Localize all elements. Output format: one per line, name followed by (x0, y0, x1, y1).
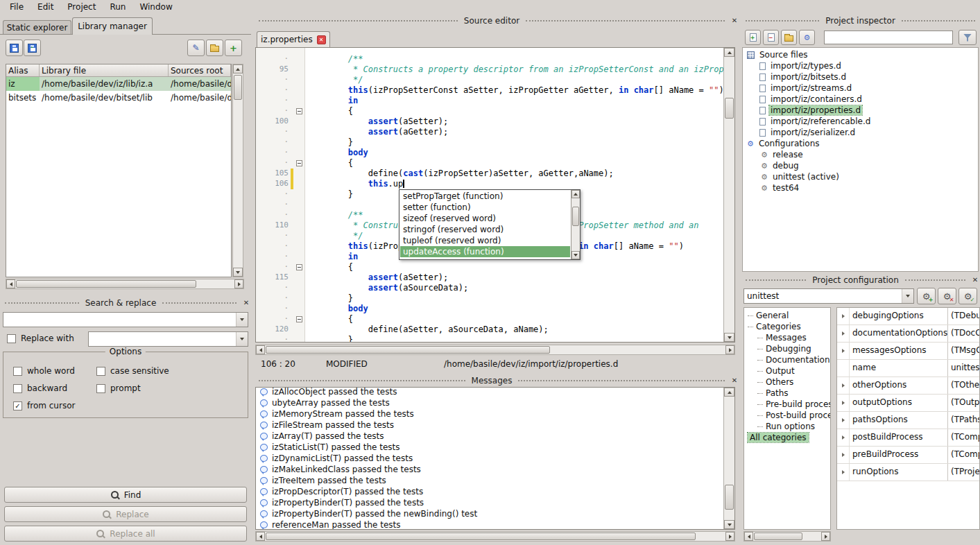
tree-item[interactable]: ⚙debug (743, 160, 978, 171)
completion-item[interactable]: setPropTarget (function) (400, 191, 570, 202)
completion-item[interactable]: stringof (reserved word) (400, 224, 570, 235)
code-line[interactable]: */ (308, 75, 723, 85)
code-line[interactable]: { (308, 106, 723, 116)
tree-item[interactable]: import/iz/serializer.d (743, 127, 978, 138)
add-source-button[interactable]: + (745, 30, 761, 45)
fold-marker-icon[interactable] (296, 264, 302, 270)
column-header-library-file[interactable]: Library file (40, 64, 169, 76)
scrollbar-thumb[interactable] (754, 533, 802, 540)
expander-cell[interactable] (837, 412, 850, 429)
code-line[interactable]: /** (308, 54, 723, 64)
property-row[interactable]: nameunittest (837, 360, 979, 377)
scroll-right-button[interactable] (821, 532, 830, 541)
close-icon[interactable]: ✕ (730, 16, 739, 26)
code-line[interactable]: assert(aSetter); (308, 272, 723, 283)
remove-library-button[interactable] (24, 40, 41, 56)
checkbox-prompt[interactable]: prompt (96, 383, 242, 393)
library-row[interactable]: iz/home/basile/dev/iz/lib/iz.a/home/basi… (6, 77, 231, 91)
completion-item[interactable]: sizeof (reserved word) (400, 213, 570, 224)
scroll-up-button[interactable] (571, 190, 580, 198)
category-item-all-categories[interactable]: All categories (744, 432, 830, 443)
close-icon[interactable]: ✕ (241, 298, 251, 308)
project-configuration-titlebar[interactable]: Project configuration ✕ (741, 274, 980, 286)
column-header-sources-root[interactable]: Sources root (169, 64, 231, 76)
tree-item[interactable]: import/iz/referencable.d (743, 116, 978, 127)
message-item[interactable]: izDynamicList(T) passed the tests (257, 453, 723, 464)
scrollbar-thumb[interactable] (266, 533, 696, 540)
code-line[interactable]: } (308, 293, 723, 304)
scroll-up-button[interactable] (724, 388, 734, 397)
category-item[interactable]: Run options (744, 421, 830, 432)
dropdown-button[interactable] (236, 313, 248, 327)
code-line[interactable]: { (308, 262, 723, 272)
find-button[interactable]: Find (4, 487, 247, 503)
tree-item[interactable]: ⚙Configurations (743, 138, 978, 149)
message-item[interactable]: referenceMan passed the tests (257, 519, 723, 530)
code-line[interactable]: { (308, 314, 723, 325)
menu-item-file[interactable]: File (3, 1, 31, 13)
expander-cell[interactable] (837, 429, 850, 446)
library-horizontal-scrollbar[interactable] (6, 279, 244, 289)
open-library-folder-button[interactable] (206, 40, 223, 56)
category-item[interactable]: Output (744, 365, 830, 377)
message-item[interactable]: izAllocObject passed the tests (257, 387, 723, 397)
code-line[interactable]: define(cast(izPropSetter)aSetter, aGette… (308, 168, 723, 179)
checkbox-backward[interactable]: backward (13, 383, 96, 393)
property-row[interactable]: documentationOptions(TDocOpts) (837, 325, 979, 343)
expander-cell[interactable] (837, 377, 850, 394)
close-icon[interactable]: ✕ (730, 376, 739, 386)
replace-term-combobox[interactable] (88, 331, 248, 347)
category-item[interactable]: Categories (744, 321, 830, 332)
tree-item[interactable]: ⚙unittest (active) (743, 171, 978, 182)
search-panel-titlebar[interactable]: Search & replace ✕ (0, 297, 251, 309)
code-line[interactable]: this.up (308, 179, 723, 189)
add-library-button[interactable] (6, 40, 23, 56)
message-item[interactable]: izTreeItem passed the tests (257, 475, 723, 486)
expander-cell[interactable] (837, 447, 850, 463)
dropdown-button[interactable] (236, 332, 248, 346)
category-item[interactable]: Messages (744, 332, 830, 343)
property-row[interactable]: messagesOptions(TMsgOpts) (837, 343, 979, 360)
checkbox-from-cursor[interactable]: ✓from cursor (13, 401, 96, 410)
add-configuration-button[interactable]: ⚙+ (917, 288, 936, 304)
tree-item[interactable]: import/iz/bitsets.d (743, 71, 978, 83)
code-line[interactable]: } (308, 137, 723, 148)
category-item[interactable]: Debugging (744, 343, 830, 354)
message-item[interactable]: izPropertyBinder(T) passed the newBindin… (257, 508, 723, 519)
category-item[interactable]: Paths (744, 388, 830, 399)
message-item[interactable]: ubyteArray passed the tests (257, 397, 723, 408)
tree-item[interactable]: ⚙test64 (743, 182, 978, 193)
scrollbar-thumb[interactable] (16, 280, 196, 288)
add-folder-button[interactable] (781, 30, 797, 45)
message-item[interactable]: izMemoryStream passed the tests (257, 408, 723, 419)
configuration-selector[interactable]: unittest (743, 288, 914, 304)
editor-horizontal-scrollbar[interactable] (255, 345, 735, 355)
category-item[interactable]: General (744, 310, 830, 321)
tree-item[interactable]: import/iz/streams.d (743, 83, 978, 94)
code-line[interactable]: in (308, 96, 723, 106)
expander-cell[interactable] (837, 343, 850, 359)
new-library-button[interactable]: + (225, 40, 242, 56)
tree-item[interactable]: import/iz/properties.d (743, 105, 978, 116)
scroll-down-button[interactable] (233, 268, 243, 277)
clone-configuration-button[interactable]: ⚙✓ (958, 288, 977, 304)
scroll-left-button[interactable] (256, 345, 265, 354)
editor-tab-iz-properties[interactable]: iz.properties ✕ (257, 31, 330, 47)
dropdown-button[interactable] (902, 289, 913, 303)
message-item[interactable]: izMakeLinkedClass passed the tests (257, 464, 723, 475)
expander-cell[interactable] (837, 395, 850, 411)
project-inspector-titlebar[interactable]: Project inspector (741, 15, 980, 26)
code-line[interactable]: assert(aGetter); (308, 127, 723, 137)
tree-item[interactable]: ⚙release (743, 149, 978, 160)
expander-cell[interactable] (837, 308, 850, 325)
config-horizontal-scrollbar[interactable] (743, 531, 831, 542)
completion-item[interactable]: updateAccess (function) (400, 246, 570, 257)
column-header-alias[interactable]: Alias (6, 64, 40, 76)
scrollbar-thumb[interactable] (725, 98, 734, 119)
close-icon[interactable]: ✕ (970, 275, 980, 285)
editor-vertical-scrollbar[interactable] (723, 48, 734, 342)
inspector-filter-input[interactable] (824, 31, 953, 44)
menu-item-project[interactable]: Project (60, 1, 103, 13)
scroll-left-button[interactable] (744, 532, 753, 541)
code-line[interactable]: body (308, 304, 723, 314)
